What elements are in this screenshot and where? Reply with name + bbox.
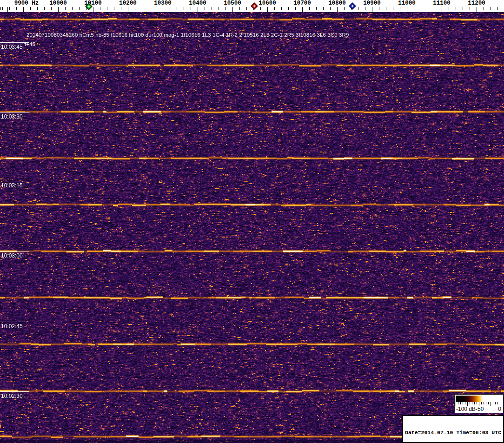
colorbar-mid-label: -50 [476,406,484,412]
time-offset-note: ^t+45 [22,41,35,47]
colorbar-max-label: 0 [498,406,501,412]
frequency-tick-label: 10700 [293,0,311,7]
frequency-tick-label: 10400 [189,0,206,7]
frequency-tick-label: 10600 [259,0,276,7]
marker-center-dot [88,6,90,7]
db-colorbar: -100 dB -50 0 [454,394,504,413]
frequency-tick-label: 9900 Hz [14,0,39,7]
frequency-tick-label: 10300 [154,0,172,7]
colorbar-ticks [456,402,502,406]
time-label: 10:03:45 [1,44,23,50]
event-annotation: 20140710080345260 hCnt5 nb-85 f10616 hit… [27,32,349,38]
time-label: 10:03:00 [1,252,23,259]
time-label: 10:02:30 [1,393,23,399]
time-tick-line [0,322,29,322]
frequency-tick-label: 10500 [224,0,241,7]
meteor-echo-spectrogram-app: 9900 Hz100001010010200103001040010500106… [0,0,504,443]
time-label: 10:02:45 [1,323,23,330]
time-tick-line [0,112,29,112]
time-tick-line [0,391,29,392]
time-label: 10:03:30 [1,113,23,120]
observation-info-box: Date=2014-07-10 Time=08:03 UTC Freq=143 … [402,415,504,443]
colorbar-gradient [456,396,502,402]
frequency-tick-label: 11100 [433,0,451,7]
frequency-tick-label: 10200 [119,0,137,7]
frequency-axis: 9900 Hz100001010010200103001040010500106… [0,0,504,12]
frequency-tick-label: 10000 [49,0,67,7]
marker-center-dot [253,5,255,7]
frequency-tick-label: 11200 [468,0,485,7]
frequency-tick-label: 11000 [398,0,416,7]
frequency-tick-label: 10900 [363,0,381,7]
spectrogram-waterfall[interactable] [0,12,504,443]
time-tick-line [0,181,29,181]
info-date-time: Date=2014-07-10 Time=08:03 UTC [405,430,503,436]
frequency-tick-label: 10800 [328,0,346,7]
marker-center-dot [351,5,353,7]
time-label: 10:03:15 [1,182,23,189]
colorbar-labels: -100 dB -50 0 [455,406,503,412]
time-tick-line [0,251,29,251]
colorbar-min-label: -100 dB [456,406,476,412]
